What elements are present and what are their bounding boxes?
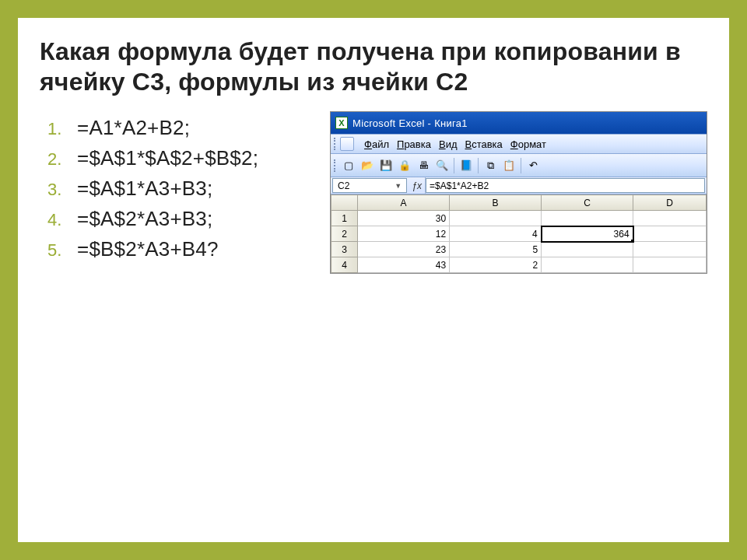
answer-number: 4. — [43, 210, 77, 230]
select-all-corner[interactable] — [331, 195, 358, 211]
column-header[interactable]: A — [358, 195, 450, 211]
menu-item[interactable]: Вид — [435, 137, 461, 152]
cell[interactable]: 4 — [450, 226, 542, 242]
name-box-value: C2 — [338, 180, 349, 191]
menu-item[interactable]: Формат — [507, 137, 550, 152]
question-heading: Какая формула будет получена при копиров… — [40, 37, 707, 97]
formula-value: =$A$1*A2+B2 — [430, 180, 489, 191]
table-row: 2124364 — [331, 226, 707, 242]
toolbar-grip-icon — [334, 159, 337, 172]
cell[interactable]: 364 — [542, 226, 633, 242]
menu-item[interactable]: Вставка — [461, 137, 506, 152]
toolbar-separator — [454, 158, 454, 173]
table-row: 3235 — [331, 242, 707, 257]
cell[interactable]: 30 — [358, 211, 450, 226]
excel-system-icon — [340, 137, 354, 151]
column-header[interactable]: B — [450, 195, 542, 211]
preview-icon[interactable]: 🔍 — [433, 157, 451, 174]
cell[interactable] — [633, 211, 707, 226]
menu-item[interactable]: Файл — [360, 137, 393, 152]
excel-grid: ABCD 130212436432354432 — [331, 194, 707, 273]
toolbar-grip-icon — [334, 138, 337, 150]
excel-screenshot: X Microsoft Excel - Книга1 ФайлПравкаВид… — [330, 111, 707, 274]
answer-number: 3. — [43, 180, 77, 200]
formula-input[interactable]: =$A$1*A2+B2 — [426, 178, 705, 193]
cell[interactable] — [450, 211, 542, 226]
excel-formula-bar: C2 ▼ ƒx =$A$1*A2+B2 — [331, 177, 707, 194]
answer-option: 5.=$B$2*A3+B4? — [43, 237, 330, 261]
slide: Какая формула будет получена при копиров… — [18, 18, 729, 542]
cell[interactable]: 5 — [450, 242, 542, 257]
excel-logo-icon: X — [335, 117, 348, 129]
answer-number: 2. — [43, 149, 77, 170]
toolbar-separator — [478, 158, 479, 173]
row-header[interactable]: 1 — [331, 211, 358, 226]
research-icon[interactable]: 📘 — [458, 157, 475, 174]
answer-number: 1. — [43, 119, 77, 139]
undo-icon[interactable]: ↶ — [524, 157, 542, 174]
open-icon[interactable]: 📂 — [359, 157, 376, 174]
cell[interactable]: 23 — [358, 242, 450, 257]
row-header[interactable]: 3 — [331, 242, 358, 257]
name-box[interactable]: C2 ▼ — [332, 178, 407, 193]
answer-option: 4.=$A$2*A3+B3; — [43, 207, 330, 231]
new-icon[interactable]: ▢ — [340, 157, 357, 174]
print-icon[interactable]: 🖶 — [415, 157, 432, 174]
cell[interactable] — [633, 257, 707, 273]
paste-icon[interactable]: 📋 — [500, 157, 517, 174]
answer-option: 2.=$A$1*$A$2+$B$2; — [43, 146, 330, 170]
answer-number: 5. — [43, 240, 77, 261]
menu-item[interactable]: Правка — [393, 137, 435, 152]
row-header[interactable]: 4 — [331, 257, 358, 273]
cell[interactable] — [633, 226, 707, 242]
content-row: 1.=A1*A2+B2;2.=$A$1*$A$2+$B$2;3.=$A$1*A3… — [40, 111, 707, 274]
cell[interactable] — [542, 211, 633, 226]
cell[interactable]: 12 — [358, 226, 450, 242]
column-header[interactable]: C — [542, 195, 633, 211]
answer-option: 3.=$A$1*A3+B3; — [43, 177, 330, 201]
column-header[interactable]: D — [633, 195, 707, 211]
answer-text: =$B$2*A3+B4? — [77, 237, 219, 261]
answer-text: =$A$2*A3+B3; — [77, 207, 212, 231]
excel-menubar: ФайлПравкаВидВставкаФормат — [331, 134, 707, 154]
excel-toolbar: ▢📂💾🔒🖶🔍📘⧉📋↶ — [331, 154, 707, 177]
excel-titlebar: X Microsoft Excel - Книга1 — [331, 112, 707, 134]
answer-text: =$A$1*A3+B3; — [77, 177, 212, 201]
spreadsheet-table: ABCD 130212436432354432 — [331, 194, 707, 273]
row-header[interactable]: 2 — [331, 226, 358, 242]
answer-text: =A1*A2+B2; — [77, 116, 190, 140]
fx-icon[interactable]: ƒx — [409, 177, 426, 194]
cell[interactable] — [542, 257, 633, 273]
perm-icon[interactable]: 🔒 — [396, 157, 413, 174]
table-row: 130 — [331, 211, 707, 226]
answer-list: 1.=A1*A2+B2;2.=$A$1*$A$2+$B$2;3.=$A$1*A3… — [40, 111, 330, 274]
cell[interactable] — [542, 242, 633, 257]
dropdown-icon[interactable]: ▼ — [395, 182, 402, 190]
toolbar-separator — [521, 158, 521, 173]
table-row: 4432 — [331, 257, 707, 273]
cell[interactable] — [633, 242, 707, 257]
answer-option: 1.=A1*A2+B2; — [43, 116, 330, 140]
cell[interactable]: 2 — [450, 257, 542, 273]
cell[interactable]: 43 — [358, 257, 450, 273]
excel-title: Microsoft Excel - Книга1 — [352, 117, 468, 129]
copy-icon[interactable]: ⧉ — [482, 157, 499, 174]
save-icon[interactable]: 💾 — [377, 157, 395, 174]
answer-text: =$A$1*$A$2+$B$2; — [77, 146, 258, 170]
